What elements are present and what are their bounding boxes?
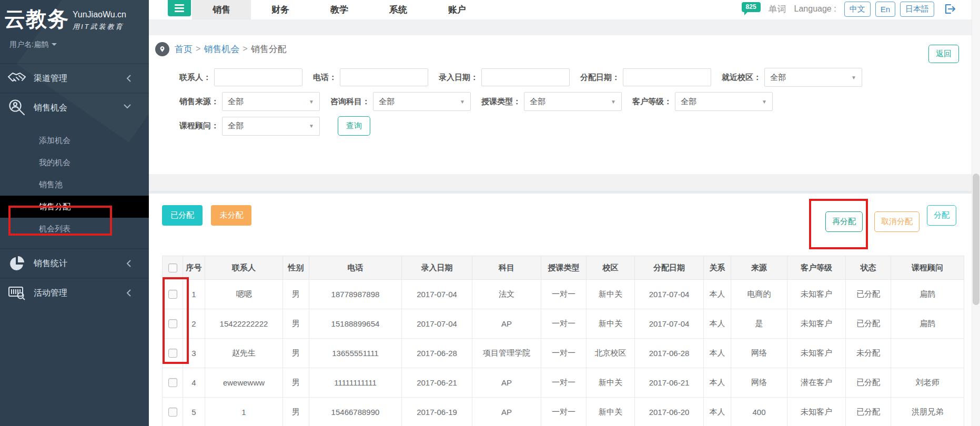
logo: 云教务 YunJiaoWu.cn 用IT武装教育 <box>0 0 149 32</box>
sidebar-item-销售机会[interactable]: 销售机会 <box>0 94 149 122</box>
language-button-En[interactable]: En <box>875 2 895 17</box>
filter-input-row1-3[interactable] <box>623 68 711 86</box>
assigned-filter-button[interactable]: 已分配 <box>162 205 203 226</box>
hamburger-menu-button[interactable] <box>168 0 191 16</box>
table-cell: 法文 <box>472 280 541 309</box>
barcode-search-icon <box>7 283 26 302</box>
table-row: 215422222222男151888996542017-07-04AP一对一新… <box>163 309 964 339</box>
table-cell: 嗯嗯 <box>205 280 283 309</box>
breadcrumb-current: 销售分配 <box>251 43 287 55</box>
tab-财务[interactable]: 财务 <box>251 0 310 19</box>
column-header-关系: 关系 <box>704 256 731 280</box>
breadcrumb-separator: > <box>243 44 247 54</box>
logo-domain: YunJiaoWu.cn <box>73 10 126 19</box>
column-header-电话: 电话 <box>309 256 402 280</box>
table-cell: 2017-07-04 <box>402 280 472 309</box>
dropdown-caret-icon: ▼ <box>309 123 314 129</box>
table-cell: 本人 <box>704 339 731 368</box>
row-checkbox[interactable] <box>168 378 177 387</box>
filter-label: 联系人： <box>179 73 211 83</box>
row-checkbox[interactable] <box>168 408 177 417</box>
submenu: 添加机会我的机会销售池销售分配机会列表 <box>0 122 149 248</box>
sidebar-subitem-销售池[interactable]: 销售池 <box>0 174 149 196</box>
search-button[interactable]: 查询 <box>338 116 370 136</box>
filter-group: 客户等级：全部▼ <box>632 92 773 111</box>
table-cell: 15466788990 <box>309 398 402 426</box>
table-cell: 未分配 <box>846 339 891 368</box>
breadcrumb-home[interactable]: 首页 <box>175 43 193 55</box>
column-header-校区: 校区 <box>587 256 635 280</box>
sidebar-subitem-我的机会[interactable]: 我的机会 <box>0 151 149 174</box>
table-cell: 1 <box>205 398 283 426</box>
unassigned-filter-button[interactable]: 未分配 <box>211 205 251 226</box>
sidebar-item-销售统计[interactable]: 销售统计 <box>0 249 149 278</box>
table-cell: 赵先生 <box>205 339 283 368</box>
logout-icon[interactable] <box>943 3 956 15</box>
sidebar-item-渠道管理[interactable]: 渠道管理 <box>0 64 149 93</box>
filter-select-row2-1[interactable]: 全部▼ <box>373 92 471 111</box>
tab-教学[interactable]: 教学 <box>310 0 369 19</box>
tab-账户[interactable]: 账户 <box>428 0 487 19</box>
filter-input-row1-1[interactable] <box>340 68 428 86</box>
breadcrumb-filter-panel: 首页 > 销售机会 > 销售分配 返回 联系人：电话：录入日期：分配日期：就近校… <box>149 35 980 174</box>
scrollbar-thumb[interactable] <box>973 174 979 305</box>
filter-label: 录入日期： <box>439 73 478 83</box>
tab-销售[interactable]: 销售 <box>192 0 251 19</box>
filter-select-row2-3[interactable]: 全部▼ <box>675 92 773 111</box>
filter-group: 就近校区：全部▼ <box>722 68 862 87</box>
table-header-row: 序号联系人性别电话录入日期科目授课类型校区分配日期关系来源客户等级状态课程顾问 <box>163 256 964 280</box>
table-cell: 新中关 <box>587 398 635 426</box>
language-button-中文[interactable]: 中文 <box>844 2 871 17</box>
filter-select-row2-0[interactable]: 全部▼ <box>222 92 320 111</box>
table-body: 1嗯嗯男187789878982017-07-04法文一对一新中关2017-07… <box>163 280 964 426</box>
filter-select-row1-4[interactable]: 全部▼ <box>764 68 862 87</box>
filter-select-row2-2[interactable]: 全部▼ <box>524 92 622 111</box>
back-button[interactable]: 返回 <box>928 45 959 63</box>
username-label: 用户名:扁鹊 <box>9 40 48 49</box>
language-button-日本語[interactable]: 日本語 <box>900 2 934 17</box>
table-cell: 本人 <box>704 398 731 426</box>
table-cell: 未知客户 <box>787 398 846 426</box>
chevron-down-icon <box>52 43 57 48</box>
filter-input-row1-0[interactable] <box>214 68 302 86</box>
checkbox-cell <box>163 368 183 398</box>
sidebar-item-活动管理[interactable]: 活动管理 <box>0 279 149 307</box>
table-cell: 已分配 <box>846 280 891 309</box>
filter-group: 分配日期： <box>580 68 711 86</box>
chevron-left-icon <box>126 75 131 82</box>
assign-button[interactable]: 分配 <box>927 205 956 226</box>
filter-input-row1-2[interactable] <box>481 68 570 86</box>
select-all-checkbox[interactable] <box>168 263 177 272</box>
table-cell: 2017-06-28 <box>402 339 472 368</box>
table-cell: 一对一 <box>541 280 587 309</box>
table-cell: 潜在客户 <box>787 368 846 398</box>
reassign-button[interactable]: 再分配 <box>825 211 863 232</box>
separator-band <box>149 19 980 35</box>
table-cell: 18778987898 <box>309 280 402 309</box>
tab-系统[interactable]: 系统 <box>369 0 428 19</box>
checkbox-cell <box>163 339 183 368</box>
breadcrumb-sales-opportunity[interactable]: 销售机会 <box>204 43 239 55</box>
filter-group: 授课类型：全部▼ <box>481 92 622 111</box>
filter-row2: 销售来源：全部▼咨询科目：全部▼授课类型：全部▼客户等级：全部▼ <box>179 92 980 111</box>
scrollbar-track[interactable] <box>972 0 980 426</box>
table-cell: 是 <box>731 309 787 339</box>
filter-row3-groups: 课程顾问：全部▼ <box>179 117 330 136</box>
table-cell: 4 <box>183 368 205 398</box>
username-dropdown[interactable]: 用户名:扁鹊 <box>0 32 149 49</box>
sidebar-subitem-销售分配[interactable]: 销售分配 <box>0 196 149 218</box>
row-checkbox[interactable] <box>168 290 177 299</box>
row-checkbox[interactable] <box>168 319 177 328</box>
filter-select-row3-0[interactable]: 全部▼ <box>222 117 320 136</box>
column-header-客户等级: 客户等级 <box>787 256 846 280</box>
column-header-联系人: 联系人 <box>205 256 283 280</box>
cancel-assign-button[interactable]: 取消分配 <box>874 211 920 232</box>
sidebar-subitem-添加机会[interactable]: 添加机会 <box>0 129 149 151</box>
table-cell: 项目管理学院 <box>472 339 541 368</box>
row-checkbox[interactable] <box>168 349 177 358</box>
table-cell: 扁鹊 <box>891 309 964 339</box>
opportunity-table: 序号联系人性别电话录入日期科目授课类型校区分配日期关系来源客户等级状态课程顾问 … <box>162 256 964 426</box>
sidebar-subitem-机会列表[interactable]: 机会列表 <box>0 218 149 240</box>
filter-label: 电话： <box>313 73 337 83</box>
table-cell: 电商的 <box>731 280 787 309</box>
